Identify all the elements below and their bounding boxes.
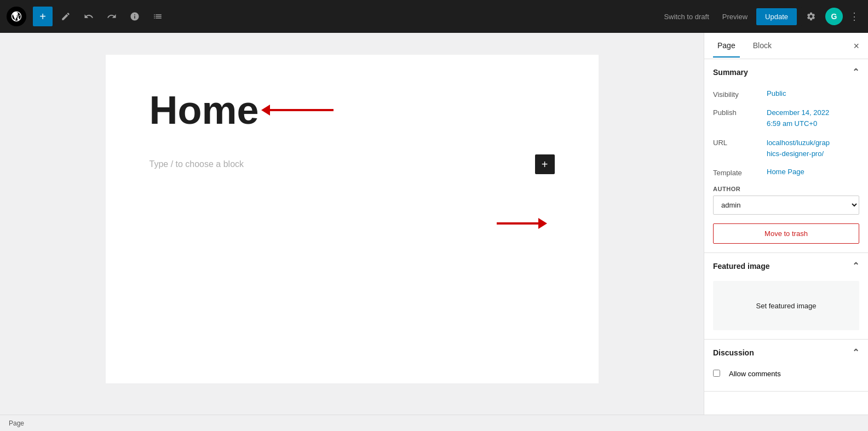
user-avatar[interactable]: G <box>825 8 843 25</box>
featured-image-panel-body: Set featured image <box>704 281 868 339</box>
visibility-row: Visibility Public <box>713 85 859 103</box>
title-arrow-annotation <box>268 109 334 111</box>
template-arrow-annotation <box>497 222 541 225</box>
template-label: Template <box>713 168 762 177</box>
add-block-canvas-button[interactable]: + <box>535 154 555 174</box>
redo-button[interactable] <box>102 7 122 26</box>
discussion-panel-title: Discussion <box>713 348 754 357</box>
sidebar-close-button[interactable]: × <box>853 41 859 51</box>
summary-panel-header[interactable]: Summary ⌃ <box>704 59 868 85</box>
featured-image-panel-header[interactable]: Featured image ⌃ <box>704 253 868 279</box>
summary-chevron-icon: ⌃ <box>852 67 859 77</box>
more-options-button[interactable]: ⋮ <box>847 10 861 22</box>
status-page-label: Page <box>9 419 24 427</box>
editor-canvas: Home Type / to choose a block + <box>0 33 704 415</box>
url-value[interactable]: localhost/luzuk/graphics-designer-pro/ <box>767 137 859 159</box>
preview-button[interactable]: Preview <box>718 9 752 24</box>
discussion-panel-body: Allow comments <box>704 365 868 391</box>
page-title-row: Home <box>150 88 555 133</box>
wp-logo[interactable] <box>7 7 26 26</box>
sidebar-tabs: Page Block × <box>704 33 868 59</box>
block-placeholder-row: Type / to choose a block + <box>150 154 555 174</box>
switch-to-draft-button[interactable]: Switch to draft <box>659 9 713 24</box>
discussion-panel-header[interactable]: Discussion ⌃ <box>704 340 868 365</box>
discussion-chevron-icon: ⌃ <box>852 347 859 358</box>
page-title: Home <box>150 88 259 133</box>
update-button[interactable]: Update <box>756 8 797 25</box>
block-placeholder-text: Type / to choose a block <box>150 159 244 169</box>
visibility-label: Visibility <box>713 89 762 99</box>
template-row: Template Home Page <box>713 163 859 181</box>
summary-panel: Summary ⌃ Visibility Public Publish Dece… <box>704 59 868 253</box>
list-view-button[interactable] <box>148 7 168 26</box>
featured-image-panel: Featured image ⌃ Set featured image <box>704 253 868 340</box>
author-select[interactable]: admin <box>713 196 859 215</box>
url-label: URL <box>713 137 762 147</box>
right-sidebar: Page Block × Summary ⌃ Visibility Public… <box>704 33 868 415</box>
summary-panel-title: Summary <box>713 68 748 77</box>
allow-comments-row: Allow comments <box>713 365 859 382</box>
url-row: URL localhost/luzuk/graphics-designer-pr… <box>713 133 859 163</box>
summary-panel-body: Visibility Public Publish December 14, 2… <box>704 85 868 252</box>
main-area: Home Type / to choose a block + Page <box>0 33 868 415</box>
publish-label: Publish <box>713 107 762 117</box>
settings-button[interactable] <box>801 7 821 26</box>
undo-button[interactable] <box>79 7 99 26</box>
publish-value[interactable]: December 14, 20226:59 am UTC+0 <box>767 107 859 129</box>
allow-comments-checkbox[interactable] <box>713 370 720 377</box>
set-featured-image-button[interactable]: Set featured image <box>713 281 859 330</box>
template-value[interactable]: Home Page <box>767 168 859 176</box>
top-toolbar: + Switch to draft Preview Update G ⋮ <box>0 0 868 33</box>
move-to-trash-button[interactable]: Move to trash <box>713 223 859 244</box>
discussion-panel: Discussion ⌃ Allow comments <box>704 340 868 392</box>
edit-icon-button[interactable] <box>56 7 76 26</box>
publish-row: Publish December 14, 20226:59 am UTC+0 <box>713 103 859 133</box>
author-label: AUTHOR <box>713 186 859 192</box>
featured-image-title: Featured image <box>713 262 769 271</box>
toolbar-right: Switch to draft Preview Update G ⋮ <box>659 7 861 26</box>
info-button[interactable] <box>125 7 145 26</box>
author-section: AUTHOR admin <box>713 181 859 217</box>
visibility-value[interactable]: Public <box>767 89 859 97</box>
page-content-area: Home Type / to choose a block + <box>106 55 599 383</box>
tab-block[interactable]: Block <box>749 35 776 58</box>
tab-page[interactable]: Page <box>713 35 740 58</box>
allow-comments-label: Allow comments <box>729 370 781 378</box>
featured-image-chevron-icon: ⌃ <box>852 261 859 271</box>
status-bar: Page <box>0 415 868 431</box>
add-block-toolbar-button[interactable]: + <box>33 7 53 26</box>
